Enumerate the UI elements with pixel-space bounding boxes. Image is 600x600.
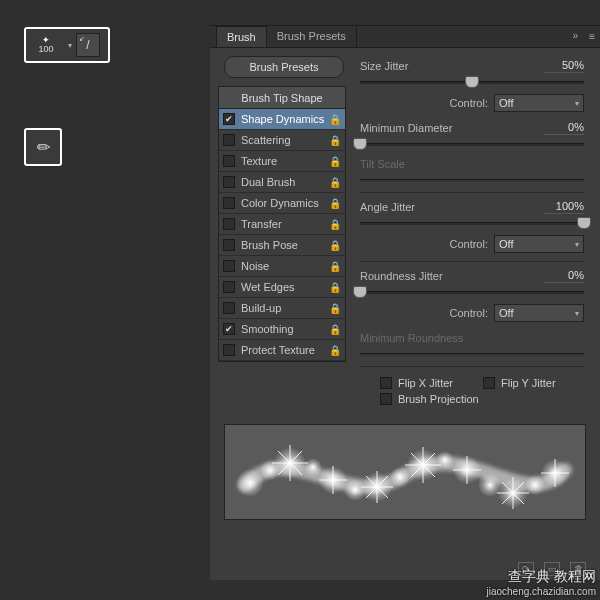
panel-menu-icon[interactable]: ≡ (589, 31, 594, 42)
lock-icon[interactable]: 🔒 (329, 303, 341, 314)
option-dual-brush[interactable]: Dual Brush 🔒 (219, 172, 345, 193)
tilt-scale-label: Tilt Scale (360, 158, 405, 170)
lock-icon[interactable]: 🔒 (329, 324, 341, 335)
angle-jitter-label: Angle Jitter (360, 201, 415, 213)
checkbox[interactable] (223, 260, 235, 272)
lock-icon[interactable]: 🔒 (329, 261, 341, 272)
divider (360, 192, 584, 193)
option-texture[interactable]: Texture 🔒 (219, 151, 345, 172)
option-scattering[interactable]: Scattering 🔒 (219, 130, 345, 151)
checkbox[interactable] (223, 239, 235, 251)
chevron-down-icon: ▾ (575, 309, 579, 318)
control-label: Control: (449, 307, 488, 319)
brush-preset-picker[interactable]: ✦ 100 ▾ ↙ / (24, 27, 110, 63)
option-transfer[interactable]: Transfer 🔒 (219, 214, 345, 235)
size-jitter-label: Size Jitter (360, 60, 408, 72)
brush-tip-shape-header[interactable]: Brush Tip Shape (219, 87, 345, 109)
size-jitter-slider[interactable] (360, 76, 584, 90)
brush-tool[interactable]: ✎ (24, 128, 62, 166)
size-jitter-control-select[interactable]: Off▾ (494, 94, 584, 112)
option-noise[interactable]: Noise 🔒 (219, 256, 345, 277)
trash-icon[interactable]: 🗑 (570, 562, 586, 576)
lock-icon[interactable]: 🔒 (329, 345, 341, 356)
flip-x-jitter-checkbox[interactable]: Flip X Jitter (380, 377, 453, 389)
option-color-dynamics[interactable]: Color Dynamics 🔒 (219, 193, 345, 214)
arrow-icon: ↙ (79, 35, 85, 43)
angle-jitter-value[interactable]: 100% (544, 200, 584, 214)
brush-options-list: Brush Tip Shape Shape Dynamics 🔒 Scatter… (218, 86, 346, 362)
checkbox[interactable] (223, 218, 235, 230)
flip-y-jitter-checkbox[interactable]: Flip Y Jitter (483, 377, 556, 389)
panel-tabs: Brush Brush Presets » ≡ (210, 26, 600, 48)
control-label: Control: (449, 238, 488, 250)
svg-point-7 (390, 467, 410, 487)
angle-jitter-slider[interactable] (360, 217, 584, 231)
lock-icon[interactable]: 🔒 (329, 282, 341, 293)
brush-size-value: 100 (38, 44, 53, 54)
lock-icon[interactable]: 🔒 (329, 156, 341, 167)
control-label: Control: (449, 97, 488, 109)
min-diameter-label: Minimum Diameter (360, 122, 452, 134)
checkbox[interactable] (223, 323, 235, 335)
min-roundness-slider (360, 348, 584, 362)
chevron-down-icon: ▾ (68, 41, 72, 50)
brush-icon: / (86, 38, 89, 52)
brush-icon: ✎ (32, 136, 55, 159)
lock-icon[interactable]: 🔒 (329, 240, 341, 251)
svg-point-0 (236, 469, 264, 497)
sparkle-icon: ✦ (42, 36, 50, 44)
brush-presets-button[interactable]: Brush Presets (224, 56, 344, 78)
checkbox[interactable] (223, 134, 235, 146)
brush-thumbnail: ✦ 100 (26, 29, 66, 61)
checkbox[interactable] (223, 302, 235, 314)
lock-icon[interactable]: 🔒 (329, 198, 341, 209)
min-roundness-label: Minimum Roundness (360, 332, 463, 344)
brush-panel: Brush Brush Presets » ≡ Brush Presets Br… (210, 25, 600, 580)
option-build-up[interactable]: Build-up 🔒 (219, 298, 345, 319)
brush-panel-toggle[interactable]: ↙ / (76, 33, 100, 57)
svg-point-9 (436, 451, 454, 469)
new-preset-icon[interactable]: ▭ (544, 562, 560, 576)
option-shape-dynamics[interactable]: Shape Dynamics 🔒 (219, 109, 345, 130)
min-diameter-value[interactable]: 0% (544, 121, 584, 135)
min-diameter-slider[interactable] (360, 138, 584, 152)
checkbox[interactable] (223, 155, 235, 167)
angle-jitter-control-select[interactable]: Off▾ (494, 235, 584, 253)
tab-brush[interactable]: Brush (216, 26, 267, 47)
roundness-control-select[interactable]: Off▾ (494, 304, 584, 322)
tab-brush-presets[interactable]: Brush Presets (267, 26, 357, 47)
lock-icon[interactable]: 🔒 (329, 219, 341, 230)
sparkle-stroke-icon (225, 425, 585, 520)
lock-icon[interactable]: 🔒 (329, 177, 341, 188)
brush-stroke-preview (224, 424, 586, 520)
checkbox[interactable] (223, 113, 235, 125)
roundness-jitter-slider[interactable] (360, 286, 584, 300)
panel-footer: ⟳ ▭ 🗑 (518, 562, 586, 576)
option-brush-pose[interactable]: Brush Pose 🔒 (219, 235, 345, 256)
lock-icon[interactable]: 🔒 (329, 135, 341, 146)
size-jitter-value[interactable]: 50% (544, 59, 584, 73)
roundness-jitter-label: Roundness Jitter (360, 270, 443, 282)
option-protect-texture[interactable]: Protect Texture 🔒 (219, 340, 345, 361)
tilt-scale-slider (360, 174, 584, 188)
collapse-icon[interactable]: » (572, 30, 578, 41)
toggle-preview-icon[interactable]: ⟳ (518, 562, 534, 576)
checkbox[interactable] (223, 197, 235, 209)
divider (360, 366, 584, 367)
chevron-down-icon: ▾ (575, 99, 579, 108)
checkbox[interactable] (223, 344, 235, 356)
svg-point-3 (304, 458, 322, 476)
lock-icon[interactable]: 🔒 (329, 114, 341, 125)
option-wet-edges[interactable]: Wet Edges 🔒 (219, 277, 345, 298)
checkbox[interactable] (223, 281, 235, 293)
checkbox[interactable] (223, 176, 235, 188)
roundness-jitter-value[interactable]: 0% (544, 269, 584, 283)
option-smoothing[interactable]: Smoothing 🔒 (219, 319, 345, 340)
chevron-down-icon: ▾ (575, 240, 579, 249)
divider (360, 261, 584, 262)
brush-projection-checkbox[interactable]: Brush Projection (380, 393, 479, 405)
